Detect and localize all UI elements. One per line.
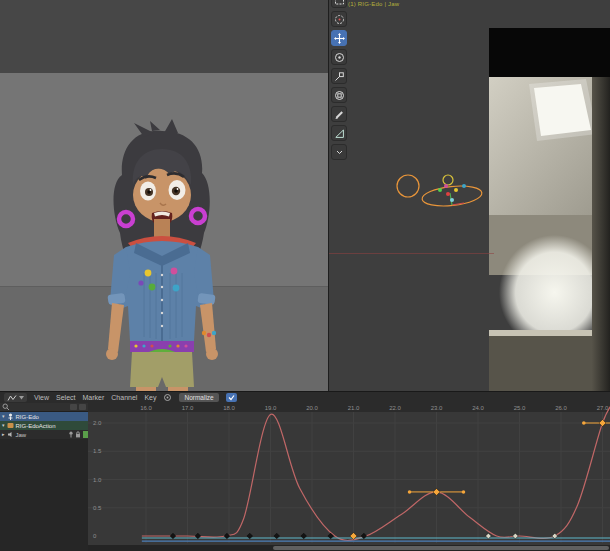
yaxis-label: 0.5 xyxy=(93,505,102,511)
auto-normalize-toggle[interactable] xyxy=(226,393,237,402)
menu-marker[interactable]: Marker xyxy=(83,394,105,401)
menu-view[interactable]: View xyxy=(34,394,49,401)
cursor-follow-icon[interactable] xyxy=(163,393,172,402)
channel-label: Jaw xyxy=(16,432,27,438)
graph-background xyxy=(88,403,610,551)
collapse-triangle-icon[interactable]: ▾ xyxy=(2,423,5,428)
keyframe-handle-point[interactable] xyxy=(408,490,412,494)
ruler-label: 27.0 xyxy=(597,405,609,411)
channel-row-jaw[interactable]: ▸ Jaw xyxy=(0,430,88,439)
action-icon xyxy=(7,422,14,429)
menu-select[interactable]: Select xyxy=(56,394,75,401)
speaker-icon xyxy=(7,431,14,438)
channel-row-toggles xyxy=(68,431,81,438)
graph-editor-header: ViewSelectMarkerChannelKey Normalize xyxy=(0,392,610,403)
yaxis-label: 1.5 xyxy=(93,448,102,454)
channel-panel: ▾ RIG-Edo ▾ RIG-EdoAction ▸ Jaw xyxy=(0,403,88,551)
ruler-label: 20.0 xyxy=(306,405,318,411)
expand-triangle-icon[interactable]: ▸ xyxy=(2,432,5,437)
move-tool-button[interactable] xyxy=(331,30,347,46)
filter-options-icon[interactable] xyxy=(79,404,86,410)
keyframe-handle-point[interactable] xyxy=(462,490,466,494)
rotate-tool-button[interactable] xyxy=(331,49,347,65)
normalize-button[interactable]: Normalize xyxy=(179,393,218,402)
ruler-label: 21.0 xyxy=(348,405,360,411)
character-model[interactable] xyxy=(106,119,218,392)
ruler-label: 26.0 xyxy=(555,405,567,411)
editor-type-button[interactable] xyxy=(4,393,27,402)
annotate-tool-button[interactable] xyxy=(331,106,347,122)
ruler-label: 17.0 xyxy=(182,405,194,411)
viewport-left[interactable] xyxy=(0,0,329,392)
reference-image xyxy=(489,28,610,392)
channel-label: RIG-Edo xyxy=(16,414,39,420)
channel-row-rig-edo[interactable]: ▾ RIG-Edo xyxy=(0,412,88,421)
viewport-info-text: (1) RIG-Edo | Jaw xyxy=(348,1,399,7)
toolbar-expand-chevron[interactable] xyxy=(331,144,347,160)
ruler-label: 16.0 xyxy=(140,405,152,411)
box-select-tool-button[interactable] xyxy=(331,0,347,8)
scale-tool-button[interactable] xyxy=(331,68,347,84)
pin-icon[interactable] xyxy=(68,431,74,438)
graph-hscrollbar-handle[interactable] xyxy=(273,546,609,550)
measure-tool-button[interactable] xyxy=(331,125,347,141)
viewport-toolbar xyxy=(331,0,347,160)
right-viewport-canvas xyxy=(329,0,610,392)
ruler-label: 19.0 xyxy=(265,405,277,411)
yaxis-label: 2.0 xyxy=(93,420,102,426)
collapse-triangle-icon[interactable]: ▾ xyxy=(2,414,5,419)
viewport-divider[interactable] xyxy=(328,0,329,392)
grid-axis-line xyxy=(329,253,494,254)
lock-icon[interactable] xyxy=(75,431,81,438)
face-rig-controls[interactable] xyxy=(397,175,483,209)
left-viewport-canvas xyxy=(0,0,329,392)
yaxis-label: 1.0 xyxy=(93,477,102,483)
viewport-right[interactable]: (1) RIG-Edo | Jaw xyxy=(329,0,610,392)
ruler-label: 23.0 xyxy=(431,405,443,411)
ruler-label: 18.0 xyxy=(223,405,235,411)
fcurve-graph-area[interactable]: 16.017.018.019.020.021.022.023.024.025.0… xyxy=(88,403,610,551)
cursor-tool-button[interactable] xyxy=(331,11,347,27)
graph-editor-menubar: ViewSelectMarkerChannelKey xyxy=(34,394,156,401)
blender-window: (1) RIG-Edo | Jaw ViewSelectMarkerChanne… xyxy=(0,0,610,551)
menu-key[interactable]: Key xyxy=(144,394,156,401)
ruler-label: 24.0 xyxy=(472,405,484,411)
ruler-label: 22.0 xyxy=(389,405,401,411)
search-icon[interactable] xyxy=(2,403,10,411)
channel-search-row xyxy=(0,403,88,412)
filter-toggle-icon[interactable] xyxy=(70,404,77,410)
transform-tool-button[interactable] xyxy=(331,87,347,103)
armature-icon xyxy=(7,413,14,420)
ruler-label: 25.0 xyxy=(514,405,526,411)
keyframe-handle-point[interactable] xyxy=(582,421,586,425)
menu-channel[interactable]: Channel xyxy=(111,394,137,401)
channel-row-action[interactable]: ▾ RIG-EdoAction xyxy=(0,421,88,430)
channel-label: RIG-EdoAction xyxy=(16,423,56,429)
